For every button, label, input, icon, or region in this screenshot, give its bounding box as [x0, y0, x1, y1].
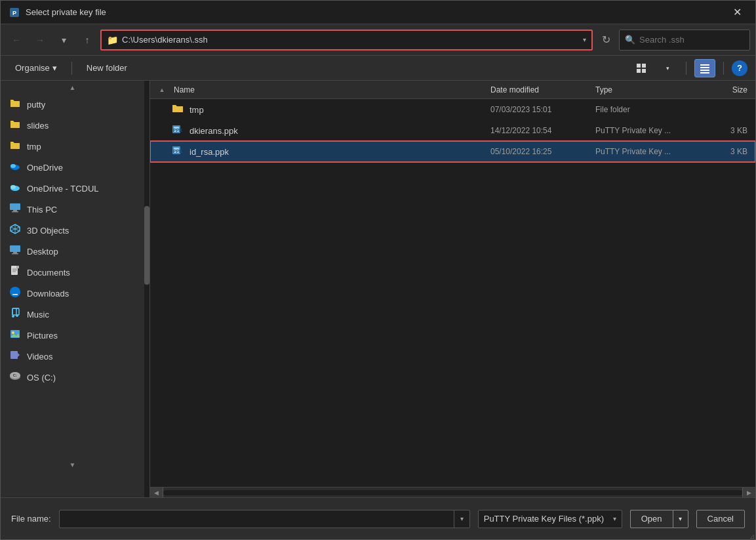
view-list-button[interactable]	[631, 59, 652, 77]
svg-rect-5	[642, 69, 646, 73]
toolbar-divider	[71, 62, 72, 75]
col-header-name[interactable]: Name	[171, 85, 488, 94]
dialog-title: Select private key file	[26, 7, 726, 17]
sidebar-item-onedrive[interactable]: OneDrive	[1, 157, 149, 178]
sidebar-item-pictures[interactable]: Pictures	[1, 325, 149, 346]
tmp-icon	[9, 139, 22, 154]
sidebar-item-slides[interactable]: slides	[1, 115, 149, 136]
sidebar-item-downloads[interactable]: Downloads	[1, 283, 149, 304]
3d-objects-icon	[9, 223, 22, 238]
sort-up-icon[interactable]: ▲	[155, 83, 169, 96]
hscroll-right-button[interactable]: ▶	[742, 488, 755, 497]
svg-rect-42	[10, 351, 18, 359]
view-chevron-button[interactable]: ▾	[657, 59, 678, 77]
forward-button[interactable]: →	[30, 30, 50, 51]
file-name-input[interactable]	[60, 514, 454, 524]
organise-button[interactable]: Organise ▾	[9, 59, 64, 77]
help-button[interactable]: ?	[732, 60, 747, 76]
sidebar-scrollbar[interactable]	[144, 81, 149, 497]
title-bar: P Select private key file ✕	[1, 1, 755, 24]
videos-label: Videos	[27, 352, 53, 362]
onedrive-tcdul-icon	[9, 181, 22, 196]
dkierans-ppk-date: 14/12/2022 10:54	[488, 126, 593, 135]
main-content: ▲ puttyslidestmpOneDriveOneDrive - TCDUL…	[1, 81, 755, 497]
open-button[interactable]: Open	[630, 510, 673, 528]
file-type-select[interactable]: PuTTY Private Key Files (*.ppk) ▾	[478, 510, 622, 528]
file-row-id-rsa-ppk[interactable]: PPKid_rsa.ppk05/10/2022 16:25PuTTY Priva…	[150, 141, 755, 162]
file-name-dropdown-button[interactable]: ▾	[454, 510, 469, 528]
file-list: tmp07/03/2023 15:01File folderPPKdkieran…	[150, 99, 755, 487]
music-label: Music	[27, 310, 49, 320]
file-type-dropdown-icon[interactable]: ▾	[613, 515, 616, 522]
id-rsa-ppk-size: 3 KB	[698, 147, 750, 156]
svg-rect-2	[637, 64, 641, 68]
col-header-type[interactable]: Type	[593, 85, 698, 94]
address-input[interactable]	[122, 35, 579, 45]
music-icon	[9, 307, 22, 322]
svg-rect-14	[10, 203, 20, 210]
svg-rect-26	[16, 266, 19, 268]
desktop-icon	[9, 244, 22, 259]
sidebar-item-music[interactable]: Music	[1, 304, 149, 325]
cancel-button[interactable]: Cancel	[696, 510, 745, 528]
toolbar: Organise ▾ New folder ▾ ?	[1, 56, 755, 81]
up-button[interactable]: ↑	[77, 30, 98, 51]
dkierans-ppk-icon: PPK	[171, 124, 184, 137]
svg-text:P: P	[12, 10, 16, 16]
svg-text:PPK: PPK	[173, 149, 182, 154]
nav-dropdown-button[interactable]: ▾	[53, 30, 74, 51]
svg-marker-43	[18, 353, 20, 357]
svg-rect-22	[13, 252, 17, 253]
desktop-label: Desktop	[27, 247, 58, 257]
tmp-icon	[171, 103, 184, 116]
sidebar-item-onedrive-tcdul[interactable]: OneDrive - TCDUL	[1, 178, 149, 199]
file-row-dkierans-ppk[interactable]: PPKdkierans.ppk14/12/2022 10:54PuTTY Pri…	[150, 120, 755, 141]
hscroll-track[interactable]	[163, 490, 742, 495]
sidebar: ▲ puttyslidestmpOneDriveOneDrive - TCDUL…	[1, 81, 150, 497]
address-bar: 📁 ▾	[100, 30, 593, 51]
open-split-button[interactable]: ▾	[673, 510, 688, 528]
svg-rect-33	[12, 308, 19, 315]
search-input[interactable]	[639, 35, 749, 45]
col-header-date[interactable]: Date modified	[488, 85, 593, 94]
sidebar-item-tmp[interactable]: tmp	[1, 136, 149, 157]
sidebar-item-os-c[interactable]: C:OS (C:)	[1, 367, 149, 388]
new-folder-button[interactable]: New folder	[80, 59, 134, 77]
onedrive-tcdul-label: OneDrive - TCDUL	[27, 184, 99, 194]
resize-handle[interactable]: ⊿	[748, 532, 756, 540]
address-folder-icon: 📁	[107, 35, 118, 45]
address-dropdown-icon[interactable]: ▾	[583, 36, 586, 43]
id-rsa-ppk-icon: PPK	[171, 145, 184, 158]
back-button[interactable]: ←	[6, 30, 27, 51]
sidebar-item-putty[interactable]: putty	[1, 94, 149, 115]
sidebar-item-desktop[interactable]: Desktop	[1, 241, 149, 262]
svg-rect-9	[700, 72, 709, 73]
sidebar-scrollbar-thumb[interactable]	[144, 206, 149, 285]
toolbar-divider-2	[686, 62, 686, 75]
sidebar-item-videos[interactable]: Videos	[1, 346, 149, 367]
dkierans-ppk-type: PuTTY Private Key ...	[593, 126, 698, 135]
sidebar-item-documents[interactable]: Documents	[1, 262, 149, 283]
view-detail-button[interactable]	[694, 59, 715, 77]
refresh-button[interactable]: ↻	[595, 30, 616, 51]
id-rsa-ppk-name: id_rsa.ppk	[189, 147, 488, 157]
svg-rect-6	[700, 64, 709, 66]
sidebar-scroll-up[interactable]: ▲	[1, 81, 144, 94]
sidebar-item-this-pc[interactable]: This PC	[1, 199, 149, 220]
os-c-icon: C:	[9, 370, 22, 384]
toolbar-divider-3	[723, 62, 724, 75]
close-button[interactable]: ✕	[726, 2, 747, 23]
downloads-icon	[9, 286, 22, 301]
svg-rect-4	[637, 69, 641, 73]
col-header-size[interactable]: Size	[698, 85, 750, 94]
organise-chevron-icon: ▾	[52, 63, 57, 73]
3d-objects-label: 3D Objects	[27, 226, 69, 236]
id-rsa-ppk-type: PuTTY Private Key ...	[593, 147, 698, 156]
sidebar-item-3d-objects[interactable]: 3D Objects	[1, 220, 149, 241]
hscroll-left-button[interactable]: ◀	[150, 488, 163, 497]
svg-rect-3	[642, 64, 646, 68]
file-row-tmp[interactable]: tmp07/03/2023 15:01File folder	[150, 99, 755, 120]
sidebar-scroll-down[interactable]: ▼	[1, 458, 144, 471]
svg-rect-32	[12, 294, 18, 295]
nav-bar: ← → ▾ ↑ 📁 ▾ ↻ 🔍	[1, 24, 755, 56]
